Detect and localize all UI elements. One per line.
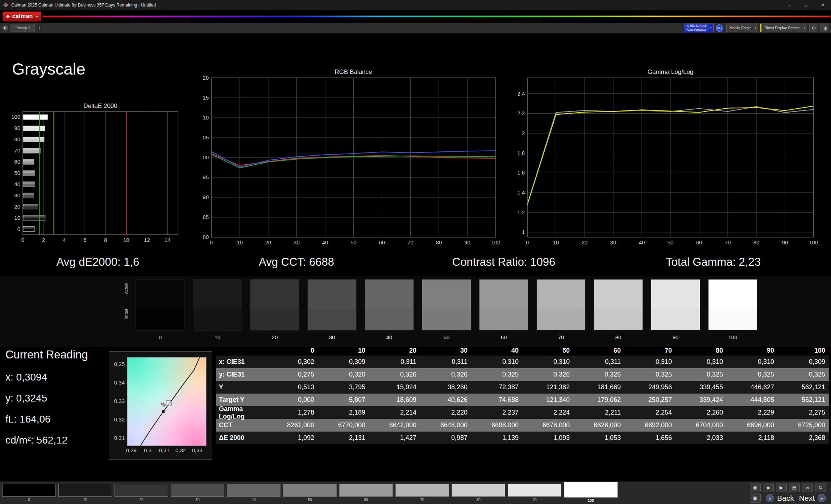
svg-text:90: 90 — [464, 239, 470, 245]
svg-text:80: 80 — [14, 136, 20, 142]
pattern-color-box — [58, 484, 112, 497]
measure-controls: ◉ ■ ▶ ▤ ∞ ↻ ▣ « Back Next » — [750, 483, 826, 503]
window-title: Calman 2025 Calman Ultimate for Business… — [11, 3, 781, 8]
display-control-selector[interactable]: Direct Display Control ▾ — [760, 24, 807, 32]
table-row-label: y: CIE31 — [216, 371, 267, 378]
reading-y: y: 0,3245 — [5, 392, 88, 404]
svg-text:120: 120 — [203, 75, 209, 81]
pattern-swatch-50[interactable]: 50 — [283, 484, 337, 503]
svg-text:30: 30 — [294, 239, 300, 245]
table-row-label: Target Y — [216, 396, 267, 404]
svg-text:10: 10 — [553, 239, 559, 245]
table-cell: 40,626 — [420, 396, 471, 404]
pattern-swatch-label: 30 — [171, 498, 224, 502]
pattern-swatch-30[interactable]: 30 — [171, 484, 224, 503]
table-row: CCT8261,0006770,0006642,0006648,0006698,… — [216, 419, 829, 432]
gamma-loglog-chart: Gamma Log/Log11,21,41,61,822,22,40102030… — [518, 69, 823, 250]
swatch-label: 100 — [709, 334, 757, 340]
table-cell: 0,326 — [573, 371, 624, 378]
svg-text:8: 8 — [104, 237, 107, 243]
swatch-color-box — [136, 280, 184, 330]
swatch-label: 0 — [136, 334, 184, 340]
table-cell: 179,062 — [573, 396, 624, 404]
current-reading-dot — [162, 410, 165, 413]
table-col-header: 100 — [778, 347, 829, 354]
table-cell: 0,987 — [420, 434, 471, 442]
table-cell: 2,368 — [778, 434, 829, 442]
add-tab-button[interactable]: + — [36, 25, 43, 31]
close-button[interactable]: ✕ — [814, 0, 831, 10]
pattern-swatch-10[interactable]: 10 — [58, 484, 112, 503]
meter-status-badge[interactable]: 647 — [716, 24, 723, 32]
autocal-button[interactable]: ↻ — [815, 483, 826, 492]
table-cell: 2,254 — [624, 409, 676, 416]
pattern-level-row: 0102030405060708090100 — [2, 484, 618, 503]
table-cell: 2,214 — [369, 409, 420, 416]
swatch-color-box — [651, 280, 700, 330]
settings-gear-button[interactable]: ⚙ — [809, 24, 818, 32]
pattern-swatch-70[interactable]: 70 — [395, 484, 449, 503]
svg-text:10: 10 — [14, 215, 20, 221]
calman-menu-button[interactable]: ❖ calman ▾ — [3, 12, 41, 21]
stop-button[interactable]: ■ — [763, 483, 774, 492]
svg-text:110: 110 — [203, 114, 209, 121]
table-cell: 0,311 — [573, 358, 624, 366]
table-cell: 0,310 — [624, 358, 676, 366]
swatch-label: 50 — [422, 334, 471, 340]
svg-text:0,32: 0,32 — [175, 447, 186, 453]
svg-text:1,4: 1,4 — [518, 189, 525, 196]
pattern-swatch-20[interactable]: 20 — [115, 484, 168, 503]
table-cell: 2,260 — [676, 409, 727, 416]
pattern-swatch-40[interactable]: 40 — [227, 484, 281, 503]
read-single-button[interactable]: ◉ — [750, 483, 761, 492]
strip-swatch-50: 50 — [422, 280, 471, 340]
pattern-color-box — [339, 484, 393, 497]
pattern-swatch-100[interactable]: 100 — [564, 484, 618, 503]
table-cell: 6698,000 — [471, 421, 522, 429]
table-cell: 1,053 — [573, 434, 624, 442]
pattern-swatch-60[interactable]: 60 — [339, 484, 393, 503]
calman-window: Calman 2025 Calman Ultimate for Business… — [0, 0, 831, 504]
swatch-color-box — [594, 280, 643, 330]
pattern-swatch-label: 20 — [115, 498, 168, 502]
table-col-header: 30 — [420, 347, 471, 354]
table-row: Y0,5133,79515,92438,26072,387121,382181,… — [216, 381, 829, 394]
pattern-swatch-90[interactable]: 90 — [508, 484, 561, 503]
pattern-color-box — [395, 484, 449, 497]
table-cell: 0,000 — [267, 396, 318, 404]
source-selector[interactable]: Mobile Forge ▾ — [726, 24, 758, 32]
side-panel-toggle-button[interactable]: ◨ — [820, 24, 829, 32]
svg-text:70: 70 — [407, 239, 414, 245]
svg-text:1,2: 1,2 — [518, 209, 525, 215]
table-col-header: 70 — [624, 347, 676, 354]
meter-selector[interactable]: X-Rite i1Pro 3 Rear Projector ▾ — [684, 24, 714, 32]
table-row-label: Gamma Log/Log — [216, 405, 267, 420]
maximize-button[interactable]: □ — [798, 0, 814, 10]
svg-text:DeltaE 2000: DeltaE 2000 — [83, 102, 117, 109]
meter-selector-label: X-Rite i1Pro 3 Rear Projector — [684, 24, 709, 32]
pattern-window-button[interactable]: ▣ — [750, 494, 761, 503]
table-cell: 8261,000 — [267, 421, 318, 429]
table-cell: 0,320 — [318, 371, 369, 378]
current-reading-title: Current Reading — [5, 348, 88, 361]
play-button[interactable]: ▶ — [776, 483, 787, 492]
tab-history-1[interactable]: History 1 — [10, 24, 35, 32]
cie-chart-panel[interactable]: 0,310,320,330,340,350,290,30,310,320,33✎ — [109, 351, 212, 460]
read-continuous-button[interactable]: ∞ — [802, 483, 813, 492]
svg-text:80: 80 — [203, 234, 209, 240]
minimize-button[interactable]: – — [781, 0, 798, 10]
pattern-swatch-80[interactable]: 80 — [452, 484, 505, 503]
table-cell: 1,139 — [471, 434, 522, 442]
back-button[interactable]: « Back — [766, 494, 794, 503]
next-button[interactable]: Next » — [799, 494, 826, 503]
actual-axis-label: Actual — [124, 283, 128, 294]
svg-text:100: 100 — [809, 239, 818, 245]
pattern-swatch-0[interactable]: 0 — [2, 484, 56, 503]
table-cell: 0,310 — [727, 358, 778, 366]
table-cell: 562,121 — [778, 396, 829, 404]
pattern-color-box — [452, 484, 505, 497]
next-icon: » — [818, 494, 826, 502]
reading-x: x: 0,3094 — [5, 371, 88, 383]
history-panel-toggle[interactable]: ▶ — [3, 25, 8, 31]
pattern-levels-button[interactable]: ▤ — [789, 483, 800, 492]
